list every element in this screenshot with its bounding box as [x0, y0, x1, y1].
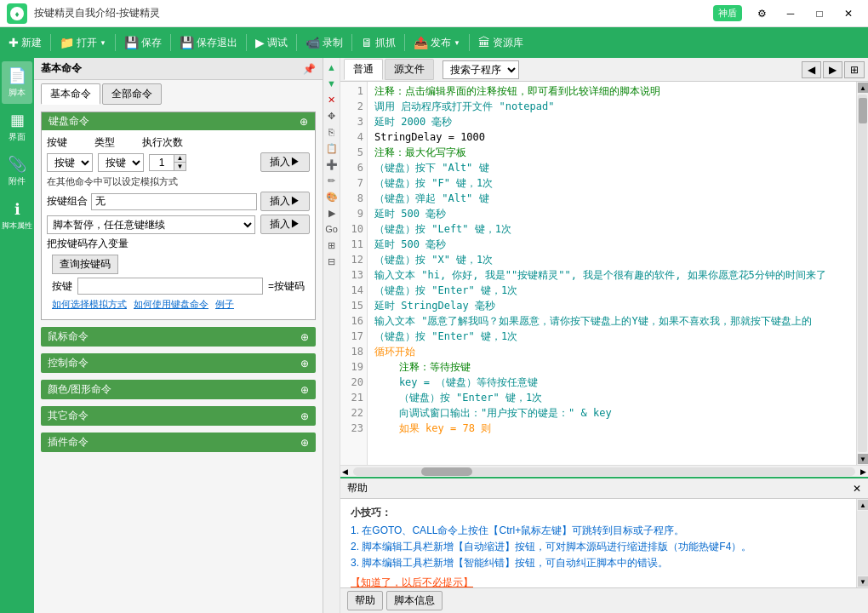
h-scroll-thumb[interactable] [421, 467, 472, 476]
capture-button[interactable]: 🖥 抓抓 [356, 33, 401, 53]
code-content[interactable]: 注释：点击编辑界面的注释按钮，即可看到比较详细的脚本说明 调用 启动程序或打开文… [368, 82, 856, 465]
scroll-track[interactable] [858, 95, 867, 452]
query-key-input[interactable] [77, 278, 263, 295]
maximize-button[interactable]: □ [807, 5, 832, 22]
prev-btn[interactable]: ◀ [802, 61, 821, 78]
control-cmd-header[interactable]: 控制命令 ⊕ [41, 353, 316, 373]
scroll-down-btn[interactable]: ▼ [858, 454, 868, 464]
edit-btn[interactable]: ✏ [324, 173, 340, 188]
help-tip-2: 2. 脚本编辑工具栏新增【自动缩进】按钮，可对脚本源码进行缩进排版（功能热键F4… [351, 540, 846, 554]
combo-input[interactable] [91, 193, 257, 210]
h-scrollbar[interactable]: ◀ ▶ [340, 465, 868, 477]
capture-icon: 🖥 [361, 36, 373, 49]
code-area[interactable]: 1 2 3 4 5 6 7 8 9 10 11 12 13 14 15 16 1 [340, 82, 868, 465]
tab-all-cmd[interactable]: 全部命令 [102, 83, 162, 105]
help-v-scrollbar[interactable]: ▲ ▼ [856, 499, 868, 587]
sidebar-item-attachment[interactable]: 📎 附件 [2, 150, 32, 192]
h-scroll-right[interactable]: ▶ [859, 467, 868, 476]
tab-normal[interactable]: 普通 [344, 59, 383, 80]
mouse-cmd-header[interactable]: 鼠标命令 ⊕ [41, 327, 316, 347]
help-tip-title: 小技巧： [351, 506, 846, 520]
other-cmd-header[interactable]: 其它命令 ⊕ [41, 406, 316, 426]
sidebar-item-ui[interactable]: ▦ 界面 [2, 106, 32, 148]
move-up-btn[interactable]: ▲ [324, 60, 340, 75]
help-btn[interactable]: 帮助 [347, 591, 383, 610]
new-button[interactable]: ✚ 新建 [3, 33, 47, 53]
query-btn[interactable]: 查询按键码 [52, 255, 118, 274]
type-select[interactable]: 按键 [98, 153, 144, 172]
close-button[interactable]: ✕ [836, 5, 861, 22]
color-btn[interactable]: 🎨 [324, 189, 340, 204]
help-scroll-track[interactable] [857, 511, 868, 576]
plugin-cmd-header[interactable]: 插件命令 ⊕ [41, 433, 316, 452]
insert-btn-1[interactable]: 插入▶ [260, 152, 310, 172]
new-icon: ✚ [9, 36, 19, 49]
help-knew-btn[interactable]: 【知道了，以后不必提示】 [351, 576, 473, 587]
link-example[interactable]: 例子 [215, 298, 234, 311]
help-scroll-down[interactable]: ▼ [858, 576, 868, 587]
key-select[interactable]: 按键 [47, 153, 93, 172]
move-down-btn[interactable]: ▼ [324, 76, 340, 91]
line-num-12: 12 [340, 252, 363, 267]
tool2-btn[interactable]: ⊟ [324, 254, 340, 269]
color-cmd-header[interactable]: 颜色/图形命令 ⊕ [41, 380, 316, 399]
help-panel: 帮助 ✕ 小技巧： 1. 在GOTO、CALL命令上按住【Ctrl+鼠标左键】可… [340, 477, 868, 613]
link-simulate[interactable]: 如何选择模拟方式 [52, 298, 127, 311]
spinner-down[interactable]: ▼ [174, 163, 186, 170]
code-line-21: （键盘）按 "Enter" 键，1次 [374, 390, 849, 405]
save-exit-button[interactable]: 💾 保存退出 [174, 33, 243, 53]
line-num-5: 5 [340, 145, 363, 160]
save-button[interactable]: 💾 保存 [119, 33, 167, 53]
panel-pin[interactable]: 📌 [303, 63, 316, 75]
scroll-thumb[interactable] [859, 98, 867, 123]
color-cmd-section: 颜色/图形命令 ⊕ [41, 380, 316, 399]
grid-btn[interactable]: ⊞ [844, 61, 865, 78]
spinner-up[interactable]: ▲ [174, 155, 186, 163]
sidebar-item-script[interactable]: 📄 脚本 [2, 61, 32, 104]
next-btn[interactable]: ▶ [823, 61, 842, 78]
subroutine-dropdown[interactable]: 搜索子程序 [443, 60, 519, 79]
mid-toolbar: ▲ ▼ ✕ ✥ ⎘ 📋 ➕ ✏ 🎨 ▶ Go ⊞ ⊟ [323, 58, 340, 613]
help-close-btn[interactable]: ✕ [853, 483, 861, 495]
count-spinner[interactable]: ▲ ▼ [149, 154, 186, 171]
tab-source[interactable]: 源文件 [385, 59, 434, 80]
tab-basic-cmd[interactable]: 基本命令 [41, 83, 100, 105]
scroll-up-btn[interactable]: ▲ [858, 83, 868, 93]
insert-btn-3[interactable]: 插入▶ [260, 215, 310, 234]
insert-btn-2[interactable]: 插入▶ [260, 192, 310, 211]
add-btn[interactable]: ➕ [324, 157, 340, 172]
query-section: 查询按键码 按键 =按键码 [52, 255, 305, 295]
publish-button[interactable]: 📤 发布 ▼ [408, 33, 465, 53]
move-tool-btn[interactable]: ✥ [324, 108, 340, 123]
script-info-btn[interactable]: 脚本信息 [386, 591, 443, 610]
help-knew-row: 【知道了，以后不必提示】 [351, 576, 846, 587]
goto-btn[interactable]: Go [324, 221, 340, 237]
help-tip-1: 1. 在GOTO、CALL命令上按住【Ctrl+鼠标左键】可跳转到目标或子程序。 [351, 524, 846, 538]
paste-tool-btn[interactable]: 📋 [324, 140, 340, 156]
record-button[interactable]: 📹 录制 [300, 33, 348, 53]
code-line-20: key = （键盘）等待按任意键 [374, 375, 849, 390]
h-scroll-track[interactable] [353, 467, 855, 476]
link-how-use[interactable]: 如何使用键盘命令 [134, 298, 208, 311]
tool1-btn[interactable]: ⊞ [324, 238, 340, 253]
script-icon: 📄 [8, 66, 26, 85]
help-scroll-up[interactable]: ▲ [858, 500, 868, 510]
sidebar-item-props[interactable]: ℹ 脚本属性 [2, 194, 32, 237]
open-button[interactable]: 📁 打开 ▼ [54, 33, 111, 53]
debug-button[interactable]: ▶ 调试 [250, 33, 293, 53]
h-scroll-left[interactable]: ◀ [340, 467, 350, 476]
run-btn[interactable]: ▶ [324, 205, 340, 221]
settings-icon[interactable]: ⚙ [749, 5, 774, 22]
action-select[interactable]: 脚本暂停，任任意键继续 [47, 215, 255, 234]
resource-button[interactable]: 🏛 资源库 [473, 33, 528, 53]
minimize-button[interactable]: ─ [778, 5, 803, 22]
toolbar-sep-7 [404, 34, 405, 51]
delete-btn[interactable]: ✕ [324, 92, 340, 107]
command-tabs: 基本命令 全部命令 [34, 80, 323, 108]
v-scrollbar[interactable]: ▲ ▼ [856, 82, 868, 465]
count-input[interactable] [150, 157, 174, 169]
line-num-19: 19 [340, 359, 363, 375]
copy-tool-btn[interactable]: ⎘ [324, 124, 340, 140]
main-toolbar: ✚ 新建 📁 打开 ▼ 💾 保存 💾 保存退出 ▶ 调试 📹 录制 🖥 抓抓 📤… [0, 27, 868, 58]
help-body: 小技巧： 1. 在GOTO、CALL命令上按住【Ctrl+鼠标左键】可跳转到目标… [340, 499, 868, 587]
